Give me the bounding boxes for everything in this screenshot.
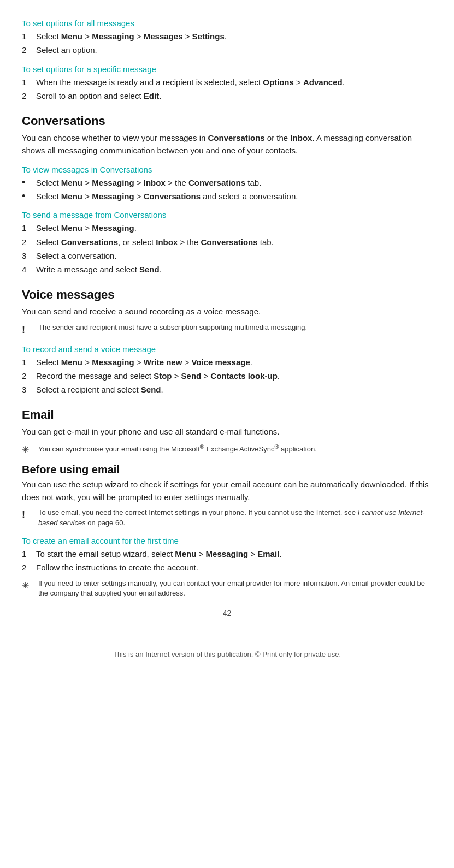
list-item: 2 Follow the instructions to create the … — [22, 561, 432, 574]
conversations-intro: You can choose whether to view your mess… — [22, 132, 432, 157]
set-options-all-list: 1 Select Menu > Messaging > Messages > S… — [22, 30, 432, 57]
record-voice-heading: To record and send a voice message — [22, 344, 432, 354]
list-item: 2 Scroll to an option and select Edit. — [22, 90, 432, 102]
set-options-specific-list: 1 When the message is ready and a recipi… — [22, 76, 432, 103]
list-item: • Select Menu > Messaging > Inbox > the … — [22, 176, 432, 189]
step-number: 1 — [22, 30, 32, 43]
list-item: 1 Select Menu > Messaging. — [22, 222, 432, 234]
set-options-all-heading: To set options for all messages — [22, 19, 432, 28]
create-email-heading: To create an email account for the first… — [22, 536, 432, 545]
list-item: 3 Select a conversation. — [22, 249, 432, 262]
conversations-section: Conversations You can choose whether to … — [22, 114, 432, 276]
list-item: 2 Record the message and select Stop > S… — [22, 370, 432, 382]
email-heading: Email — [22, 408, 432, 422]
list-item: 1 Select Menu > Messaging > Messages > S… — [22, 30, 432, 43]
voice-messages-heading: Voice messages — [22, 288, 432, 302]
email-section: Email You can get e-mail in your phone a… — [22, 408, 432, 599]
list-item: 4 Write a message and select Send. — [22, 263, 432, 276]
voice-note-text: The sender and recipient must have a sub… — [38, 323, 307, 333]
record-voice-list: 1 Select Menu > Messaging > Write new > … — [22, 356, 432, 396]
tip-icon: ✳ — [22, 443, 34, 456]
list-item: 2 Select an option. — [22, 44, 432, 56]
list-item: 1 Select Menu > Messaging > Write new > … — [22, 356, 432, 368]
create-email-tip-box: ✳ If you need to enter settings manually… — [22, 579, 432, 599]
list-item: • Select Menu > Messaging > Conversation… — [22, 190, 432, 203]
email-note-box: ! To use email, you need the correct Int… — [22, 508, 432, 528]
exclamation-icon-2: ! — [22, 508, 33, 522]
page-number: 42 — [22, 609, 432, 617]
voice-messages-section: Voice messages You can send and receive … — [22, 288, 432, 396]
page-footer: This is an Internet version of this publ… — [22, 650, 432, 658]
view-messages-list: • Select Menu > Messaging > Inbox > the … — [22, 176, 432, 203]
before-using-email-intro: You can use the setup wizard to check if… — [22, 478, 432, 504]
create-email-list: 1 To start the email setup wizard, selec… — [22, 548, 432, 574]
email-tip-text: You can synchronise your email using the… — [38, 443, 317, 455]
email-note-text: To use email, you need the correct Inter… — [38, 508, 432, 528]
list-item: 2 Select Conversations, or select Inbox … — [22, 236, 432, 248]
list-item: 3 Select a recipient and select Send. — [22, 383, 432, 396]
send-message-heading: To send a message from Conversations — [22, 210, 432, 219]
voice-note-box: ! The sender and recipient must have a s… — [22, 323, 432, 337]
email-intro: You can get e-mail in your phone and use… — [22, 425, 432, 438]
conversations-heading: Conversations — [22, 114, 432, 128]
set-options-specific-section: To set options for a specific message 1 … — [22, 64, 432, 103]
set-options-specific-heading: To set options for a specific message — [22, 64, 432, 74]
tip-icon-2: ✳ — [22, 579, 34, 592]
exclamation-icon: ! — [22, 323, 33, 337]
list-item: 1 To start the email setup wizard, selec… — [22, 548, 432, 560]
view-messages-heading: To view messages in Conversations — [22, 165, 432, 174]
list-item: 1 When the message is ready and a recipi… — [22, 76, 432, 88]
step-number: 2 — [22, 44, 32, 56]
send-message-list: 1 Select Menu > Messaging. 2 Select Conv… — [22, 222, 432, 276]
create-email-tip-text: If you need to enter settings manually, … — [38, 579, 432, 599]
voice-messages-intro: You can send and receive a sound recordi… — [22, 305, 432, 318]
email-tip-box: ✳ You can synchronise your email using t… — [22, 443, 432, 456]
set-options-all-section: To set options for all messages 1 Select… — [22, 19, 432, 57]
before-using-email-heading: Before using email — [22, 463, 432, 476]
